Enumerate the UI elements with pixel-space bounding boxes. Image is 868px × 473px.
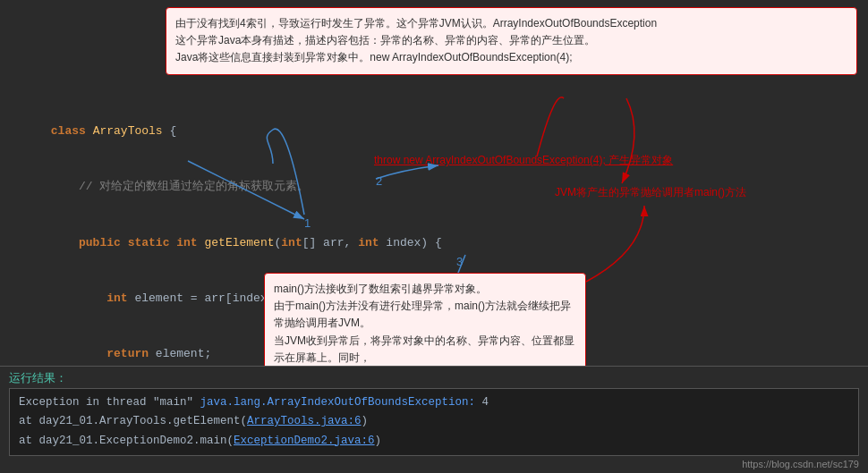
num1-label: 1 [304, 216, 311, 230]
code-line-method-sig: public static int getElement(int[] arr, … [9, 215, 859, 271]
exception-name: java.lang.ArrayIndexOutOfBoundsException… [200, 396, 476, 409]
results-box: Exception in thread "main" java.lang.Arr… [9, 388, 859, 456]
code-line-class1: class ArrayTools { [9, 104, 859, 159]
jvm-label: JVM将产生的异常抛给调用者main()方法 [555, 185, 814, 200]
watermark: https://blog.csdn.net/sc179 [742, 459, 859, 469]
exception-prefix: Exception in thread "main" [19, 396, 200, 409]
result-link2[interactable]: ArrayTools.java:6 [247, 415, 362, 427]
main-container: 由于没有找到4索引，导致运行时发生了异常。这个异常JVM认识。ArrayInde… [0, 0, 868, 473]
exception-suffix: 4 [475, 396, 489, 409]
throw-label: throw new ArrayIndexOutOfBoundsException… [374, 153, 673, 168]
result-line3: at day21_01.ExceptionDemo2.main(Exceptio… [19, 432, 849, 451]
num3-label: 3 [456, 255, 463, 268]
results-section: 运行结果： Exception in thread "main" java.la… [0, 366, 868, 473]
results-label: 运行结果： [0, 367, 868, 388]
num2-label: 2 [376, 174, 382, 188]
result-line1: Exception in thread "main" java.lang.Arr… [19, 393, 849, 412]
result-link3[interactable]: ExceptionDemo2.java:6 [234, 435, 375, 447]
result-line2: at day21_01.ArrayTools.getElement(ArrayT… [19, 412, 849, 431]
